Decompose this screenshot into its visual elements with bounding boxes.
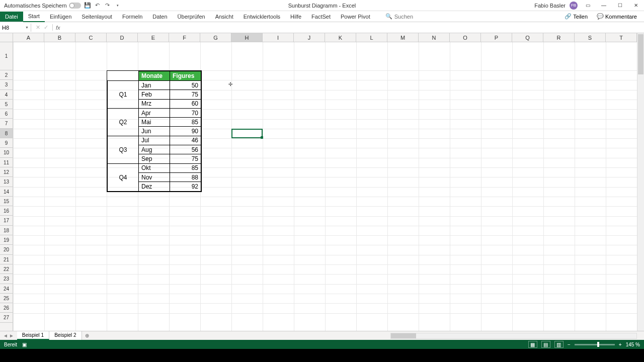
row-header-22[interactable]: 22 [0, 264, 13, 274]
qat-dropdown-icon[interactable]: ▾ [114, 2, 121, 9]
tab-start[interactable]: Start [23, 11, 45, 22]
month-cell[interactable]: Sep [139, 154, 170, 163]
figure-cell[interactable]: 75 [170, 154, 201, 163]
tab-power pivot[interactable]: Power Pivot [336, 12, 375, 22]
month-cell[interactable]: Okt [139, 163, 170, 172]
row-header-21[interactable]: 21 [0, 255, 13, 264]
scrollbar-thumb[interactable] [391, 333, 416, 338]
row-header-6[interactable]: 6 [0, 109, 13, 119]
sheet-nav-next-icon[interactable]: ► [9, 333, 14, 338]
col-header-D[interactable]: D [107, 33, 138, 42]
row-header-11[interactable]: 11 [0, 158, 13, 167]
tab-hilfe[interactable]: Hilfe [285, 12, 306, 22]
undo-icon[interactable]: ↶ [94, 2, 101, 9]
month-cell[interactable]: Jan [139, 81, 170, 90]
row-header-25[interactable]: 25 [0, 294, 13, 303]
tab-entwicklertools[interactable]: Entwicklertools [238, 12, 285, 22]
col-header-L[interactable]: L [356, 33, 387, 42]
tab-formeln[interactable]: Formeln [117, 12, 147, 22]
zoom-slider[interactable] [575, 344, 615, 345]
figure-cell[interactable]: 85 [170, 163, 201, 172]
month-cell[interactable]: Mai [139, 118, 170, 127]
row-header-1[interactable]: 1 [0, 42, 13, 70]
tab-factset[interactable]: FactSet [306, 12, 336, 22]
tab-file[interactable]: Datei [0, 12, 23, 22]
zoom-in-button[interactable]: + [619, 342, 622, 347]
ribbon-options-icon[interactable]: ▭ [582, 1, 594, 11]
redo-icon[interactable]: ↷ [104, 2, 111, 9]
user-avatar[interactable]: FB [570, 2, 578, 10]
maximize-button[interactable]: ☐ [614, 1, 626, 11]
zoom-out-button[interactable]: − [568, 342, 571, 347]
col-header-I[interactable]: I [263, 33, 294, 42]
col-header-P[interactable]: P [481, 33, 512, 42]
toggle-switch-icon[interactable] [69, 3, 81, 9]
col-header-R[interactable]: R [543, 33, 575, 42]
fx-icon[interactable]: fx [53, 25, 63, 31]
view-pagebreak-icon[interactable]: ▥ [554, 341, 564, 348]
tab-seitenlayout[interactable]: Seitenlayout [76, 12, 117, 22]
close-button[interactable]: ✕ [630, 1, 642, 11]
row-header-10[interactable]: 10 [0, 148, 13, 157]
row-header-20[interactable]: 20 [0, 245, 13, 254]
row-header-18[interactable]: 18 [0, 226, 13, 235]
col-header-O[interactable]: O [450, 33, 481, 42]
figure-cell[interactable]: 60 [170, 99, 201, 108]
sheet-tab[interactable]: Beispiel 2 [49, 331, 82, 340]
tab-einfügen[interactable]: Einfügen [45, 12, 76, 22]
view-pagelayout-icon[interactable]: ▤ [541, 341, 550, 348]
row-header-14[interactable]: 14 [0, 187, 13, 197]
row-header-7[interactable]: 7 [0, 119, 13, 128]
quarter-cell[interactable]: Q1 [108, 81, 139, 109]
table-row[interactable]: Q4Okt85 [108, 163, 201, 172]
row-header-23[interactable]: 23 [0, 274, 13, 284]
figure-cell[interactable]: 75 [170, 90, 201, 99]
comments-button[interactable]: 💬Kommentare [594, 12, 640, 21]
col-header-A[interactable]: A [13, 33, 44, 42]
save-icon[interactable]: 💾 [84, 2, 91, 9]
row-header-19[interactable]: 19 [0, 235, 13, 245]
figure-cell[interactable]: 70 [170, 108, 201, 117]
table-row[interactable]: Q2Apr70 [108, 108, 201, 117]
sheet-nav-prev-icon[interactable]: ◄ [3, 333, 8, 338]
spreadsheet-grid[interactable]: ABCDEFGHIJKLMNOPQRST 1234567891011121314… [0, 33, 644, 331]
view-normal-icon[interactable]: ▦ [528, 341, 537, 348]
col-header-M[interactable]: M [387, 33, 419, 42]
select-all-corner[interactable] [0, 33, 13, 42]
autosave-toggle[interactable]: Automatisches Speichern [4, 3, 81, 9]
figure-cell[interactable]: 56 [170, 145, 201, 154]
row-header-15[interactable]: 15 [0, 197, 13, 206]
row-header-2[interactable]: 2 [0, 70, 13, 80]
tab-daten[interactable]: Daten [147, 12, 172, 22]
horizontal-scrollbar[interactable] [390, 333, 637, 339]
row-header-3[interactable]: 3 [0, 80, 13, 89]
chevron-down-icon[interactable]: ▼ [25, 26, 29, 29]
zoom-level[interactable]: 145 % [626, 342, 640, 347]
table-row[interactable]: Q3Jul46 [108, 136, 201, 145]
row-header-24[interactable]: 24 [0, 284, 13, 294]
month-cell[interactable]: Aug [139, 145, 170, 154]
figure-cell[interactable]: 85 [170, 118, 201, 127]
figure-cell[interactable]: 88 [170, 172, 201, 182]
col-header-S[interactable]: S [575, 33, 606, 42]
col-header-F[interactable]: F [169, 33, 200, 42]
col-header-T[interactable]: T [606, 33, 637, 42]
table-row[interactable]: Q1Jan50 [108, 81, 201, 90]
row-header-26[interactable]: 26 [0, 303, 13, 313]
month-cell[interactable]: Mrz [139, 99, 170, 108]
quarter-cell[interactable]: Q3 [108, 136, 139, 163]
row-header-4[interactable]: 4 [0, 90, 13, 100]
col-header-Q[interactable]: Q [512, 33, 543, 42]
row-header-27[interactable]: 27 [0, 313, 13, 322]
quarter-cell[interactable]: Q2 [108, 108, 139, 136]
col-header-G[interactable]: G [200, 33, 231, 42]
col-header-E[interactable]: E [138, 33, 169, 42]
row-header-8[interactable]: 8 [0, 129, 13, 138]
search-box[interactable]: 🔍 [385, 13, 435, 20]
row-header-17[interactable]: 17 [0, 216, 13, 225]
figure-cell[interactable]: 50 [170, 81, 201, 90]
sheet-tab[interactable]: Beispiel 1 [17, 331, 49, 340]
figure-cell[interactable]: 90 [170, 127, 201, 136]
col-header-N[interactable]: N [419, 33, 450, 42]
search-input[interactable] [394, 14, 435, 20]
